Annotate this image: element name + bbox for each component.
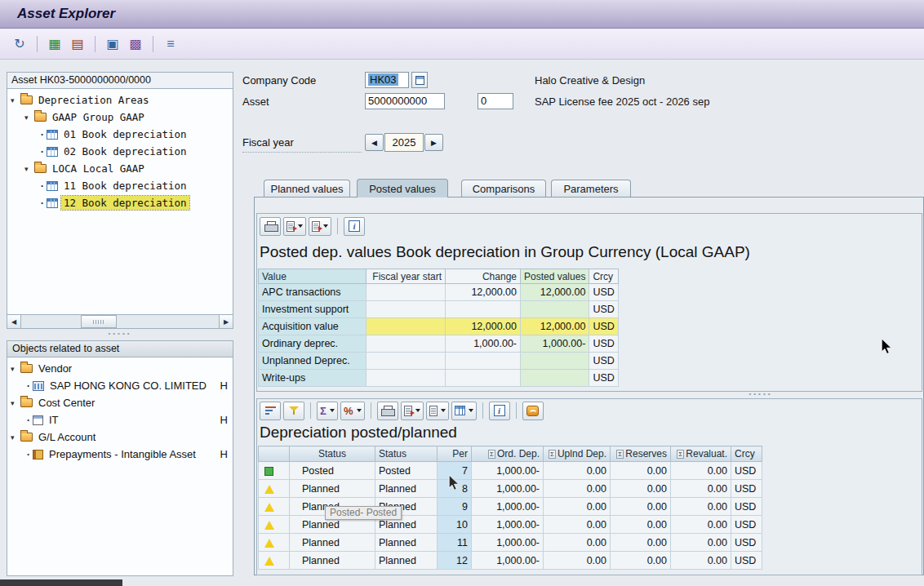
cell[interactable]: 12,000.00 — [521, 284, 589, 301]
cell[interactable] — [446, 301, 521, 318]
cell[interactable]: 12,000.00 — [446, 284, 521, 301]
cell[interactable] — [446, 353, 521, 370]
expander-icon[interactable]: ▾ — [24, 113, 34, 122]
asset-field[interactable]: 5000000000 — [365, 93, 445, 109]
cell[interactable] — [259, 552, 290, 570]
asset-values-button[interactable]: ▦ — [45, 34, 64, 54]
cell[interactable]: 1,000.00- — [472, 480, 544, 498]
objects-item-prepayments[interactable]: ·Prepayments - Intangible AssetH — [7, 446, 233, 463]
cell[interactable]: 0.00 — [544, 516, 611, 534]
info-list-button[interactable] — [489, 402, 510, 420]
scroll-thumb[interactable] — [81, 315, 117, 328]
cell[interactable] — [259, 480, 290, 498]
cell[interactable] — [259, 534, 290, 552]
cell[interactable]: 0.00 — [544, 498, 611, 516]
expander-icon[interactable]: ▾ — [11, 96, 20, 104]
column-header[interactable]: Posted values — [521, 269, 589, 284]
tab-posted-values[interactable]: Posted values — [357, 179, 448, 198]
objects-item-vendor-entry[interactable]: ·SAP HONG KONG CO. LIMITEDH — [7, 377, 233, 394]
cell[interactable]: 0.00 — [671, 462, 731, 480]
scroll-right-icon[interactable]: ▶ — [219, 315, 233, 328]
info-button[interactable] — [344, 217, 365, 236]
cell[interactable]: 1,000.00- — [472, 462, 544, 480]
column-header[interactable]: Fiscal year start — [366, 269, 446, 284]
cell[interactable]: 0.00 — [544, 480, 611, 498]
cell[interactable]: Posted — [375, 462, 438, 480]
cell[interactable]: 0.00 — [611, 516, 671, 534]
posted-values-button[interactable]: ▤ — [68, 34, 87, 54]
tree-item-depreciation-areas[interactable]: ▾Depreciation Areas — [7, 91, 233, 109]
cell[interactable]: 1,000.00- — [472, 552, 544, 570]
cell[interactable] — [259, 498, 290, 516]
cell[interactable]: Investment support — [259, 301, 366, 318]
spreadsheet-button[interactable] — [426, 402, 449, 420]
section-splitter[interactable]: ••••• — [724, 390, 797, 397]
cell[interactable]: 12,000.00 — [521, 318, 589, 335]
cell[interactable] — [366, 335, 446, 353]
cell[interactable]: 0.00 — [671, 480, 731, 498]
objects-item-cost-center[interactable]: ▾Cost Center — [7, 394, 233, 411]
cell[interactable]: Planned — [290, 480, 375, 498]
cell[interactable]: 0.00 — [611, 534, 671, 552]
tree-item-01-book-depreciation[interactable]: ·01 Book depreciation — [7, 126, 233, 143]
column-header[interactable]: Crcy — [731, 446, 762, 462]
cell[interactable]: 1,000.00- — [446, 335, 521, 353]
cell[interactable]: Posted — [290, 462, 375, 480]
tree-item-12-book-depreciation[interactable]: ·12 Book depreciation — [7, 194, 233, 211]
panel-splitter[interactable]: ••••• — [7, 329, 233, 340]
export-menu-button[interactable] — [283, 217, 306, 236]
cell[interactable]: 0.00 — [544, 462, 611, 480]
cell[interactable]: USD — [731, 552, 762, 570]
cell[interactable]: USD — [731, 462, 762, 480]
compare-button[interactable]: ▣ — [103, 34, 122, 54]
tree-item-11-book-depreciation[interactable]: ·11 Book depreciation — [7, 177, 233, 194]
column-header[interactable]: Status — [290, 446, 375, 462]
cell[interactable]: 0.00 — [544, 552, 611, 570]
scroll-left-icon[interactable]: ◀ — [7, 315, 21, 328]
asset-subnumber-field[interactable]: 0 — [478, 93, 513, 109]
tab-comparisons[interactable]: Comparisons — [461, 180, 546, 198]
cell[interactable] — [446, 370, 521, 387]
cell[interactable]: 0.00 — [611, 498, 671, 516]
column-header[interactable]: Change — [446, 269, 521, 284]
cell[interactable]: 1,000.00- — [521, 335, 589, 353]
column-header[interactable]: ΣUplnd Dep. — [544, 446, 611, 462]
scroll-track[interactable] — [21, 315, 219, 328]
objects-item-vendor[interactable]: ▾Vendor — [7, 360, 233, 377]
cell[interactable]: USD — [731, 480, 762, 498]
cell[interactable]: Planned — [290, 534, 375, 552]
cell[interactable] — [259, 516, 290, 534]
legend-button[interactable]: ≡ — [161, 34, 180, 54]
cell[interactable] — [259, 462, 290, 480]
cell[interactable]: 0.00 — [544, 534, 611, 552]
expander-icon[interactable]: ▾ — [11, 365, 20, 373]
cell[interactable]: 10 — [438, 516, 472, 534]
cell[interactable]: 11 — [438, 534, 472, 552]
cell[interactable] — [521, 301, 589, 318]
cell[interactable] — [366, 353, 446, 370]
cell[interactable] — [366, 318, 446, 335]
cell[interactable]: 12,000.00 — [446, 318, 521, 335]
column-header[interactable] — [259, 446, 290, 462]
cell[interactable]: 0.00 — [611, 462, 671, 480]
cell[interactable]: 1,000.00- — [472, 516, 544, 534]
column-header[interactable]: ΣReserves — [611, 446, 671, 462]
cell[interactable] — [366, 284, 446, 301]
matchcode-button[interactable] — [411, 72, 428, 88]
cell[interactable]: 12 — [438, 552, 472, 570]
sort-button[interactable] — [260, 402, 281, 420]
column-header[interactable]: Status — [375, 446, 438, 462]
expander-icon[interactable]: ▾ — [11, 399, 20, 407]
cell[interactable]: 0.00 — [611, 552, 671, 570]
cell[interactable]: APC transactions — [259, 284, 366, 301]
cell[interactable] — [366, 370, 446, 387]
cell[interactable]: Planned — [375, 552, 438, 570]
graphic-button[interactable] — [522, 402, 544, 420]
cell[interactable] — [521, 370, 589, 387]
cell[interactable]: Acquisition value — [259, 318, 366, 335]
expander-icon[interactable]: ▾ — [11, 433, 20, 442]
cell[interactable]: Planned — [290, 552, 375, 570]
cell[interactable]: Write-ups — [259, 370, 366, 387]
column-header[interactable]: Per — [438, 446, 472, 462]
company-code-field[interactable]: HK03 — [365, 72, 409, 88]
